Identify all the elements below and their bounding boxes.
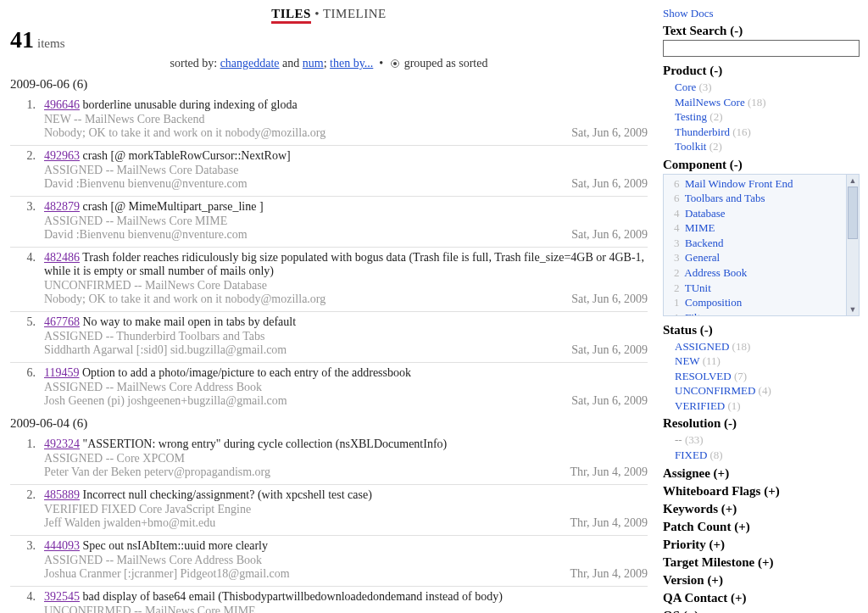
facet-item[interactable]: 2 Address Book xyxy=(669,265,846,281)
component-scrollbar[interactable]: ▲ ▼ xyxy=(846,174,860,316)
facet-item-name[interactable]: TUnit xyxy=(685,281,711,294)
facet-product[interactable]: Product (-) xyxy=(663,64,860,78)
facet-item[interactable]: 1 Composition xyxy=(669,295,846,310)
bug-id-link[interactable]: 496646 xyxy=(44,98,80,111)
facet-item-name[interactable]: Thunderbird xyxy=(675,125,730,138)
facet-item-name[interactable]: Backend xyxy=(685,237,723,249)
facet-text-search[interactable]: Text Search (-) xyxy=(663,24,860,38)
facet-item[interactable]: UNCONFIRMED (4) xyxy=(663,383,860,398)
facet-item[interactable]: -- (33) xyxy=(663,432,860,448)
facet-item[interactable]: MailNews Core (18) xyxy=(663,95,860,110)
facet-item-name[interactable]: Filters xyxy=(685,311,713,316)
facet-item[interactable]: 6 Toolbars and Tabs xyxy=(669,191,846,206)
scroll-thumb[interactable] xyxy=(848,187,858,239)
tab-tiles[interactable]: TILES xyxy=(271,7,311,24)
grouped-radio-icon[interactable] xyxy=(391,59,399,68)
facet-component-toggle[interactable]: (-) xyxy=(730,158,743,171)
bug-index: 3. xyxy=(10,200,44,242)
bug-id-link[interactable]: 444093 xyxy=(44,539,80,552)
facet-item[interactable]: 1 Filters xyxy=(669,310,846,316)
facet-toggle[interactable]: (+) xyxy=(714,466,730,480)
facet-item[interactable]: NEW (11) xyxy=(663,354,860,369)
text-search-input[interactable] xyxy=(663,40,860,57)
facet-collapsed[interactable]: Patch Count (+) xyxy=(663,520,860,534)
bug-id-link[interactable]: 392545 xyxy=(44,590,80,603)
facet-collapsed[interactable]: Target Milestone (+) xyxy=(663,555,860,570)
facet-item-name[interactable]: FIXED xyxy=(675,449,707,461)
facet-item-name[interactable]: Database xyxy=(685,207,726,220)
bug-id-link[interactable]: 467768 xyxy=(44,315,80,328)
facet-resolution-toggle[interactable]: (-) xyxy=(724,416,737,430)
bug-id-link[interactable]: 482486 xyxy=(44,251,80,264)
facet-item-name[interactable]: Composition xyxy=(685,296,742,309)
facet-toggle[interactable]: (+) xyxy=(731,591,747,605)
facet-text-search-toggle[interactable]: (-) xyxy=(730,24,743,37)
facet-collapsed[interactable]: Whiteboard Flags (+) xyxy=(663,484,860,499)
facet-item[interactable]: Toolkit (2) xyxy=(663,139,860,154)
facet-item[interactable]: FIXED (8) xyxy=(663,448,860,463)
facet-item[interactable]: ASSIGNED (18) xyxy=(663,339,860,354)
facet-item[interactable]: 6 Mail Window Front End xyxy=(669,176,846,192)
facet-component[interactable]: Component (-) xyxy=(663,158,860,172)
facet-item-name[interactable]: General xyxy=(685,251,720,264)
sort-field-2[interactable]: num xyxy=(303,57,324,70)
facet-status[interactable]: Status (-) xyxy=(663,323,860,337)
facet-item-name[interactable]: Toolbars and Tabs xyxy=(685,192,765,204)
facet-item-name[interactable]: ASSIGNED xyxy=(675,340,729,353)
facet-label: OS xyxy=(663,609,680,613)
facet-item[interactable]: Thunderbird (16) xyxy=(663,125,860,140)
facet-item-name[interactable]: MailNews Core xyxy=(675,96,745,109)
sort-field-1[interactable]: changeddate xyxy=(220,57,280,70)
facet-item-name[interactable]: Address Book xyxy=(684,266,747,279)
facet-item[interactable]: 2 TUnit xyxy=(669,281,846,296)
facet-collapsed[interactable]: Keywords (+) xyxy=(663,502,860,516)
facet-item[interactable]: 3 General xyxy=(669,250,846,265)
facet-collapsed[interactable]: Version (+) xyxy=(663,573,860,588)
facet-item[interactable]: 3 Backend xyxy=(669,236,846,251)
bug-id-link[interactable]: 492963 xyxy=(44,149,80,162)
facet-toggle[interactable]: (+) xyxy=(734,520,750,533)
facet-item-name[interactable]: NEW xyxy=(675,354,699,367)
facet-item-name[interactable]: UNCONFIRMED xyxy=(675,384,755,397)
facet-item[interactable]: Core (3) xyxy=(663,80,860,95)
sort-more[interactable]: then by... xyxy=(330,57,373,70)
facet-toggle[interactable]: (+) xyxy=(721,502,737,515)
facet-collapsed[interactable]: QA Contact (+) xyxy=(663,591,860,605)
facet-item[interactable]: Testing (2) xyxy=(663,109,860,125)
facet-item[interactable]: 4 Database xyxy=(669,206,846,221)
facet-toggle[interactable]: (+) xyxy=(707,573,723,587)
facet-collapsed[interactable]: Assignee (+) xyxy=(663,466,860,481)
facet-item-name[interactable]: Mail Window Front End xyxy=(685,177,793,190)
facet-item-name[interactable]: RESOLVED xyxy=(675,370,732,382)
facet-item[interactable]: RESOLVED (7) xyxy=(663,369,860,384)
facet-item-name[interactable]: Core xyxy=(675,81,696,93)
bug-id-link[interactable]: 119459 xyxy=(44,366,79,379)
bug-id-link[interactable]: 485889 xyxy=(44,488,80,501)
facet-item-name[interactable]: Testing xyxy=(675,110,707,123)
facet-status-toggle[interactable]: (-) xyxy=(700,323,713,337)
facet-item[interactable]: VERIFIED (1) xyxy=(663,398,860,414)
scroll-up-icon[interactable]: ▲ xyxy=(847,175,859,187)
facet-item[interactable]: 4 MIME xyxy=(669,220,846,236)
bug-id-link[interactable]: 492324 xyxy=(44,437,80,450)
bug-id-link[interactable]: 482879 xyxy=(44,200,80,213)
component-items[interactable]: 6 Mail Window Front End6 Toolbars and Ta… xyxy=(663,174,846,316)
facet-toggle[interactable]: (+) xyxy=(758,555,774,569)
facet-item-count: (3) xyxy=(699,81,712,93)
tab-separator: • xyxy=(314,7,320,20)
facet-toggle[interactable]: (+) xyxy=(764,484,780,498)
facet-item-name[interactable]: MIME xyxy=(685,221,715,234)
facet-item-name[interactable]: VERIFIED xyxy=(675,399,725,412)
group-header: 2009-06-04 (6) xyxy=(10,416,648,431)
facet-resolution[interactable]: Resolution (-) xyxy=(663,416,860,431)
facet-product-toggle[interactable]: (-) xyxy=(709,64,722,77)
facet-collapsed[interactable]: OS (+) xyxy=(663,609,860,613)
facet-toggle[interactable]: (+) xyxy=(683,609,699,613)
show-docs-link[interactable]: Show Docs xyxy=(663,7,860,20)
facet-item-name[interactable]: Toolkit xyxy=(675,140,706,153)
facet-item-name[interactable]: -- xyxy=(675,433,682,446)
facet-collapsed[interactable]: Priority (+) xyxy=(663,538,860,552)
scroll-down-icon[interactable]: ▼ xyxy=(847,304,859,315)
tab-timeline[interactable]: TIMELINE xyxy=(323,7,387,20)
facet-toggle[interactable]: (+) xyxy=(709,538,726,551)
